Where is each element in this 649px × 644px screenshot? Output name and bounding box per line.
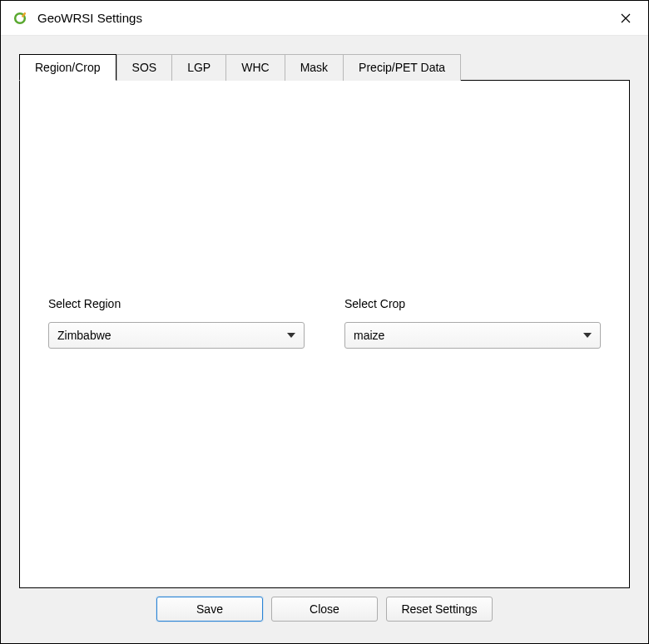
region-label: Select Region [48,297,305,310]
crop-label: Select Crop [344,297,601,310]
button-label: Close [310,602,339,616]
tab-label: Precip/PET Data [359,61,445,74]
tab-mask[interactable]: Mask [285,54,344,81]
dialog-footer: Save Close Reset Settings [19,588,630,633]
tab-label: Mask [300,61,328,74]
settings-window: GeoWRSI Settings Region/Crop SOS LGP WHC… [0,0,649,644]
tab-label: SOS [132,61,157,74]
region-field: Select Region Zimbabwe [48,297,305,349]
tabstrip: Region/Crop SOS LGP WHC Mask Precip/PET … [19,54,630,81]
region-select-value: Zimbabwe [57,329,111,342]
app-icon [11,9,29,27]
tab-label: WHC [241,61,269,74]
tab-lgp[interactable]: LGP [172,54,226,81]
tab-label: LGP [187,61,211,74]
reset-settings-button[interactable]: Reset Settings [386,597,493,622]
tab-label: Region/Crop [35,61,101,74]
crop-select[interactable]: maize [344,322,601,349]
tab-precip-pet[interactable]: Precip/PET Data [344,54,461,81]
tab-panel-region-crop: Select Region Zimbabwe Select Crop maize [19,80,630,588]
region-select[interactable]: Zimbabwe [48,322,305,349]
fields-row: Select Region Zimbabwe Select Crop maize [48,297,601,349]
titlebar: GeoWRSI Settings [1,1,648,36]
save-button[interactable]: Save [156,597,263,622]
tab-region-crop[interactable]: Region/Crop [19,54,116,81]
crop-select-value: maize [354,329,384,342]
button-label: Reset Settings [401,602,477,616]
button-label: Save [196,602,223,616]
dialog-body: Region/Crop SOS LGP WHC Mask Precip/PET … [1,36,648,643]
chevron-down-icon [287,333,295,338]
tab-whc[interactable]: WHC [226,54,285,81]
crop-field: Select Crop maize [344,297,601,349]
close-window-button[interactable] [607,1,645,36]
close-button[interactable]: Close [271,597,378,622]
tab-sos[interactable]: SOS [116,54,173,81]
window-title: GeoWRSI Settings [37,11,607,25]
chevron-down-icon [583,333,592,338]
